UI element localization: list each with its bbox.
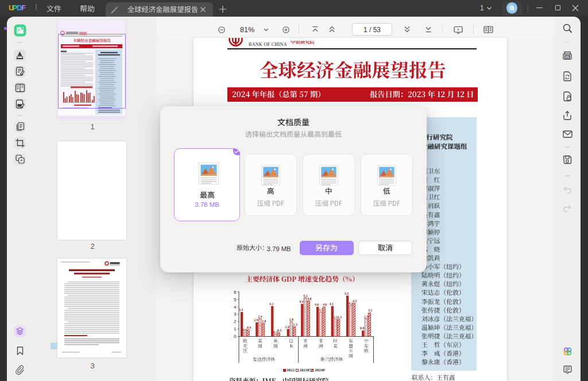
svg-text:1.8: 1.8 bbox=[262, 320, 266, 323]
svg-text:0.8: 0.8 bbox=[360, 326, 364, 330]
svg-text:0.9: 0.9 bbox=[247, 326, 251, 329]
svg-text:4.5: 4.5 bbox=[353, 299, 357, 303]
svg-text:4: 4 bbox=[234, 305, 237, 310]
svg-text:2.4: 2.4 bbox=[258, 315, 262, 318]
svg-text:1.0: 1.0 bbox=[285, 325, 289, 329]
svg-text:1.3: 1.3 bbox=[293, 323, 297, 326]
svg-text:3.3: 3.3 bbox=[319, 308, 323, 311]
svg-text:4.1: 4.1 bbox=[330, 302, 334, 306]
svg-text:4.1: 4.1 bbox=[269, 302, 273, 306]
svg-text:4.0: 4.0 bbox=[315, 303, 319, 306]
svg-text:4.8: 4.8 bbox=[307, 297, 311, 301]
svg-text:5: 5 bbox=[234, 297, 237, 302]
svg-text:2.3: 2.3 bbox=[338, 315, 342, 319]
svg-text:3.3: 3.3 bbox=[239, 308, 243, 311]
svg-text:3: 3 bbox=[234, 311, 237, 317]
svg-text:OCR: OCR bbox=[565, 56, 570, 58]
svg-text:0: 0 bbox=[234, 334, 237, 339]
svg-text:4.0: 4.0 bbox=[323, 303, 327, 306]
svg-text:2.4: 2.4 bbox=[364, 315, 368, 318]
svg-text:1.9: 1.9 bbox=[254, 318, 258, 322]
svg-text:2.0: 2.0 bbox=[289, 318, 293, 321]
svg-text:3.2: 3.2 bbox=[368, 309, 372, 312]
svg-text:5.5: 5.5 bbox=[345, 292, 349, 295]
svg-text:6: 6 bbox=[234, 290, 237, 295]
svg-text:1: 1 bbox=[234, 326, 237, 332]
svg-text:4.4: 4.4 bbox=[299, 300, 303, 303]
svg-text:2: 2 bbox=[234, 319, 237, 324]
svg-text:0.5: 0.5 bbox=[277, 329, 281, 332]
